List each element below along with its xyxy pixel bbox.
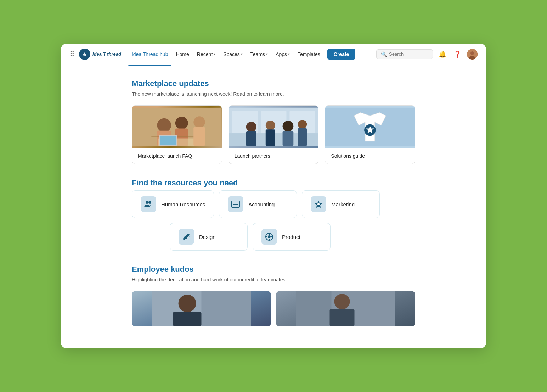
resource-design[interactable]: Design xyxy=(170,223,248,251)
nav-home[interactable]: Home xyxy=(172,49,192,59)
design-label: Design xyxy=(199,234,216,240)
spaces-chevron: ▾ xyxy=(241,52,243,56)
nav-recent[interactable]: Recent ▾ xyxy=(193,49,219,59)
svg-point-7 xyxy=(175,117,188,129)
notifications-button[interactable]: 🔔 xyxy=(437,49,448,60)
svg-point-36 xyxy=(317,203,320,205)
svg-point-22 xyxy=(265,121,275,130)
nav-templates[interactable]: Templates xyxy=(294,49,324,59)
nav-hub[interactable]: Idea Thread hub xyxy=(128,49,172,59)
marketplace-title: Marketplace updates xyxy=(132,79,415,88)
svg-point-37 xyxy=(183,238,185,240)
resource-accounting[interactable]: Accounting xyxy=(219,190,297,218)
svg-rect-25 xyxy=(282,131,293,146)
svg-rect-48 xyxy=(173,312,202,326)
resources-row-2: Design xyxy=(132,223,415,251)
card-solutions-guide[interactable]: Solutions guide xyxy=(325,105,415,164)
kudos-person-1[interactable] xyxy=(132,291,271,326)
nav-apps[interactable]: Apps ▾ xyxy=(272,49,293,59)
nav-spaces[interactable]: Spaces ▾ xyxy=(220,49,246,59)
svg-rect-27 xyxy=(298,128,307,146)
svg-point-47 xyxy=(179,295,196,312)
resource-product[interactable]: Product xyxy=(253,223,331,251)
search-box[interactable]: 🔍 xyxy=(376,49,433,59)
svg-point-24 xyxy=(282,121,293,132)
card-image-faq xyxy=(132,106,222,148)
marketing-label: Marketing xyxy=(331,201,355,207)
svg-point-40 xyxy=(268,235,271,238)
product-label: Product xyxy=(282,234,300,240)
card-image-partners xyxy=(229,106,318,148)
marketplace-section: Marketplace updates The new marketplace … xyxy=(132,79,415,164)
svg-rect-14 xyxy=(193,127,205,146)
card-image-tshirt xyxy=(325,106,415,148)
svg-point-2 xyxy=(470,51,474,55)
apps-chevron: ▾ xyxy=(288,52,290,56)
kudos-title: Employee kudos xyxy=(132,265,415,274)
kudos-images xyxy=(132,291,415,326)
svg-rect-52 xyxy=(330,309,355,326)
kudos-person-2[interactable] xyxy=(276,291,415,326)
resource-marketing[interactable]: Marketing xyxy=(302,190,380,218)
kudos-subtitle: Highlighting the dedication and hard wor… xyxy=(132,277,415,282)
marketing-icon xyxy=(311,196,326,212)
app-logo[interactable]: idea T thread xyxy=(79,49,121,60)
hr-label: Human Resources xyxy=(161,201,205,207)
create-button[interactable]: Create xyxy=(327,49,356,60)
browser-window: ⠿ idea T thread Idea Thread hub Home Rec… xyxy=(61,44,486,348)
teams-chevron: ▾ xyxy=(266,52,268,56)
search-icon: 🔍 xyxy=(381,51,387,57)
avatar[interactable] xyxy=(467,49,478,60)
accounting-icon xyxy=(228,196,243,212)
hr-icon xyxy=(141,196,156,212)
search-input[interactable] xyxy=(389,51,428,57)
card-label-solutions: Solutions guide xyxy=(325,148,415,164)
card-label-faq: Marketplace launch FAQ xyxy=(132,148,222,164)
grid-icon[interactable]: ⠿ xyxy=(69,50,75,58)
resources-section: Find the resources you need xyxy=(132,178,415,251)
svg-point-30 xyxy=(146,201,148,204)
resources-grid: Human Resources Accounting xyxy=(132,190,415,251)
svg-point-5 xyxy=(157,118,171,133)
logo-circle xyxy=(79,49,90,60)
svg-point-31 xyxy=(148,201,151,204)
design-icon xyxy=(179,229,194,245)
navbar: ⠿ idea T thread Idea Thread hub Home Rec… xyxy=(61,44,486,65)
svg-rect-23 xyxy=(265,129,275,146)
card-launch-partners[interactable]: Launch partners xyxy=(229,105,319,164)
card-marketplace-faq[interactable]: Marketplace launch FAQ xyxy=(132,105,222,164)
resources-title: Find the resources you need xyxy=(132,178,415,187)
svg-point-51 xyxy=(334,294,350,309)
resource-hr[interactable]: Human Resources xyxy=(132,190,214,218)
resources-row-1: Human Resources Accounting xyxy=(132,190,415,218)
recent-chevron: ▾ xyxy=(214,52,215,56)
card-label-partners: Launch partners xyxy=(229,148,318,164)
svg-point-13 xyxy=(193,116,205,128)
svg-rect-21 xyxy=(246,131,256,146)
nav-teams[interactable]: Teams ▾ xyxy=(247,49,271,59)
nav-right: 🔍 🔔 ❓ xyxy=(376,49,478,60)
marketplace-cards: Marketplace launch FAQ xyxy=(132,105,415,164)
help-button[interactable]: ❓ xyxy=(452,49,463,60)
svg-rect-12 xyxy=(160,136,176,145)
marketplace-subtitle: The new marketplace is launching next we… xyxy=(132,91,415,97)
main-content: Marketplace updates The new marketplace … xyxy=(61,65,486,348)
kudos-section: Employee kudos Highlighting the dedicati… xyxy=(132,265,415,326)
svg-point-26 xyxy=(298,120,307,129)
logo-text: idea T thread xyxy=(92,51,121,57)
svg-point-20 xyxy=(246,122,256,132)
product-icon xyxy=(261,229,277,245)
accounting-label: Accounting xyxy=(248,201,275,207)
nav-links: Idea Thread hub Home Recent ▾ Spaces ▾ T… xyxy=(128,49,376,60)
